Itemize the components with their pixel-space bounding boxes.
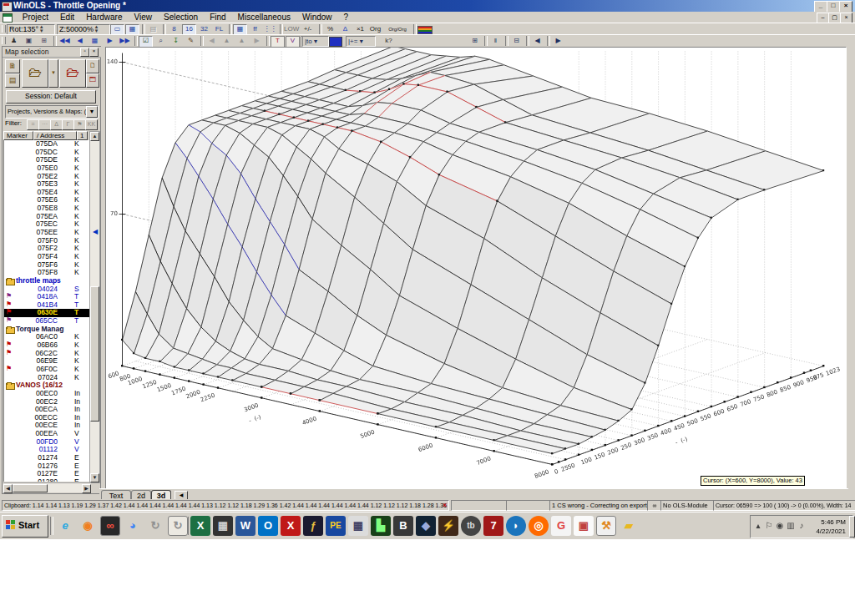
minimize-button[interactable]: _ [814,1,827,13]
cubes-icon[interactable]: ◆ [416,516,436,536]
hist-back-icon[interactable]: ◀ [205,36,219,46]
save-project-icon[interactable]: ▤ [5,73,20,88]
toolbar-grip-2[interactable] [2,37,6,44]
chip-icon[interactable]: ▦ [213,516,233,536]
column-header-address[interactable]: / Address [33,131,77,140]
scope-combo-arrow[interactable]: ▼ [86,106,98,118]
ida-icon[interactable]: ▙ [371,516,391,536]
scope-combo[interactable]: Projects, Versions & Maps: (Ctrl▼ [5,105,99,119]
window-arrange-icon[interactable]: ⊞ [37,36,51,46]
wrench-icon[interactable]: ⚒ [596,516,616,536]
network-flag-icon[interactable]: ⚐ [763,521,775,530]
view-8bit-icon[interactable]: 8 [167,24,181,34]
menu-selection[interactable]: Selection [158,12,204,23]
volume-icon[interactable]: ♪ [796,521,807,530]
view-lowhi-icon[interactable]: LOW [284,24,298,34]
xee-icon[interactable]: X [281,516,301,536]
maximize-button[interactable]: □ [827,1,840,13]
menu-project[interactable]: Project [17,12,54,23]
console-icon[interactable]: ƒ [303,516,323,536]
map-list[interactable]: 075DAK075DCK075DEK075E0K075E2K075E3K075E… [3,140,92,482]
zoom-spinner[interactable]: ▲▼ [94,25,99,33]
new-project-icon[interactable]: 🗎 [5,59,20,73]
rotation-spinner[interactable]: ▲▼ [38,25,44,33]
context-help-icon[interactable]: k? [382,36,396,46]
column-header-marker[interactable]: Marker [3,131,33,140]
word-icon[interactable]: W [235,516,255,536]
nav-last-icon[interactable]: ▶▶ [118,36,132,46]
list-vertical-scrollbar[interactable]: ▲ ▼ [89,131,100,483]
menu-window[interactable]: Window [296,12,338,23]
title-bar[interactable]: WinOLS - Throttle Opening * _ □ × [0,0,855,12]
open-project-icon[interactable]: 🗁 [22,59,48,88]
folder-shortcut-icon[interactable]: ▰ [619,516,639,536]
view-orgorg-icon[interactable]: Org/Org [385,24,410,34]
pane-right-icon[interactable]: ▶ [551,36,565,46]
filter-kk-icon[interactable]: KK [85,119,98,130]
nav-prev-icon[interactable]: ◀ [73,36,87,46]
nav-first-icon[interactable]: ◀◀ [58,36,72,46]
scroll-left-icon[interactable]: ◀ [3,484,13,493]
clipboard-clear-icon[interactable]: ✕ [442,501,448,510]
column-header-type[interactable]: 1 [77,131,88,140]
version-b-icon[interactable]: ▲ [235,36,249,46]
box-3d-icon[interactable]: ▣ [574,516,594,536]
version-a-icon[interactable]: ▲ [220,36,234,46]
map-row[interactable]: 01280E [4,478,92,482]
sync-app-2-icon[interactable]: ↻ [168,516,188,536]
view-cols-icon[interactable]: ⋮⋮ [263,24,277,34]
thunderbird-icon[interactable]: ◗ [506,516,526,536]
nav-next-icon[interactable]: ▶ [103,36,117,46]
vlc-ring-icon[interactable]: ◎ [529,516,549,536]
export-version-icon[interactable]: 🗔 [86,73,99,88]
split-view-icon[interactable]: ⊟ [509,36,524,46]
hist-fwd-icon[interactable]: ▶ [250,36,264,46]
g-app-icon[interactable]: G [551,516,571,536]
compare-combo[interactable]: |to ▾ [302,36,329,47]
view-ff-icon[interactable]: ff [248,24,262,34]
scroll-down-icon[interactable]: ▼ [90,473,99,482]
outlook-icon[interactable]: O [258,516,278,536]
excel-icon[interactable]: X [190,516,210,536]
internet-explorer-icon[interactable]: e [55,516,75,536]
hscroll-thumb[interactable] [13,484,48,492]
toolbar-grip[interactable] [2,25,6,33]
hidden-icons-chevron[interactable]: ▴ [752,521,764,530]
menu-find[interactable]: Find [204,12,231,23]
scroll-thumb[interactable] [90,286,99,422]
open-dropdown-icon[interactable]: ▾ [48,59,58,88]
display-icon[interactable]: ▥ [785,521,797,530]
filter-flag-icon[interactable]: ⚑ [73,119,86,130]
view-32bit-icon[interactable]: 32 [197,24,211,34]
taskbar-clock[interactable]: 5:46 PM4/22/2021 [816,518,846,536]
scroll-up-icon[interactable]: ▲ [90,132,99,141]
menu-view[interactable]: View [129,12,159,23]
menu-[interactable]: ? [338,12,355,23]
view-percent-icon[interactable]: % [323,24,337,34]
view-x1-icon[interactable]: ×1 [353,24,367,34]
panel-close-button[interactable]: × [89,48,99,57]
view-sign-icon[interactable]: +/- [301,24,315,34]
text-view-btn[interactable]: T [271,36,285,48]
checksum-icon[interactable]: ✎ [184,36,198,46]
preview-icon[interactable]: ⌕ [154,36,168,46]
child-window-icon[interactable] [3,13,13,23]
dock-arrow-icon[interactable]: ◀ [93,228,98,235]
version-view-btn[interactable]: V [286,36,300,48]
media-player-icon[interactable]: ◉ [78,516,98,536]
flasher-icon[interactable]: ⚡ [438,516,458,536]
view-colors-icon[interactable] [417,26,433,34]
close-button[interactable]: × [839,1,852,13]
session-button[interactable]: Session: Default [6,90,96,104]
panel-pin-button[interactable]: ▫ [80,48,89,57]
color-swatch-button[interactable] [329,37,342,47]
new-version-icon[interactable]: 🗋 [86,59,99,73]
view-float-icon[interactable]: FL [212,24,226,34]
filter-gamma-icon[interactable]: Γ [62,119,74,130]
nav-grid-icon[interactable]: ▦ [88,36,102,46]
pe-explorer-icon[interactable]: PE [326,516,346,536]
filter-delta-icon[interactable]: Δ [50,119,63,130]
filter-dots-icon[interactable]: ⋯ [38,119,51,130]
view-org-icon[interactable]: Org [368,24,382,34]
demo-icon[interactable]: ♟ [7,36,21,46]
